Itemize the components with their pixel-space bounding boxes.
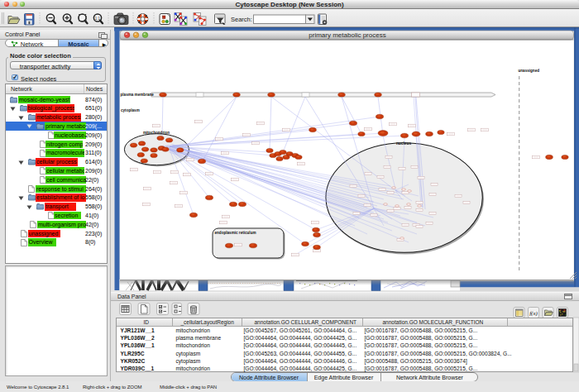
svg-text:Search:: Search: [231,16,252,23]
svg-text:endoplasmic reticulum: endoplasmic reticulum [215,231,256,235]
svg-text:f(x): f(x) [529,310,538,317]
svg-text:mitochondrion: mitochondrion [143,131,170,135]
svg-text:plasma membrane: plasma membrane [121,93,155,97]
svg-text:primary metabolic process: primary metabolic process [309,31,385,39]
svg-text:nucleus: nucleus [396,141,411,146]
svg-text:1:1: 1:1 [95,17,101,21]
svg-text:unassigned: unassigned [519,69,540,73]
svg-text:cytoplasm: cytoplasm [121,108,140,112]
